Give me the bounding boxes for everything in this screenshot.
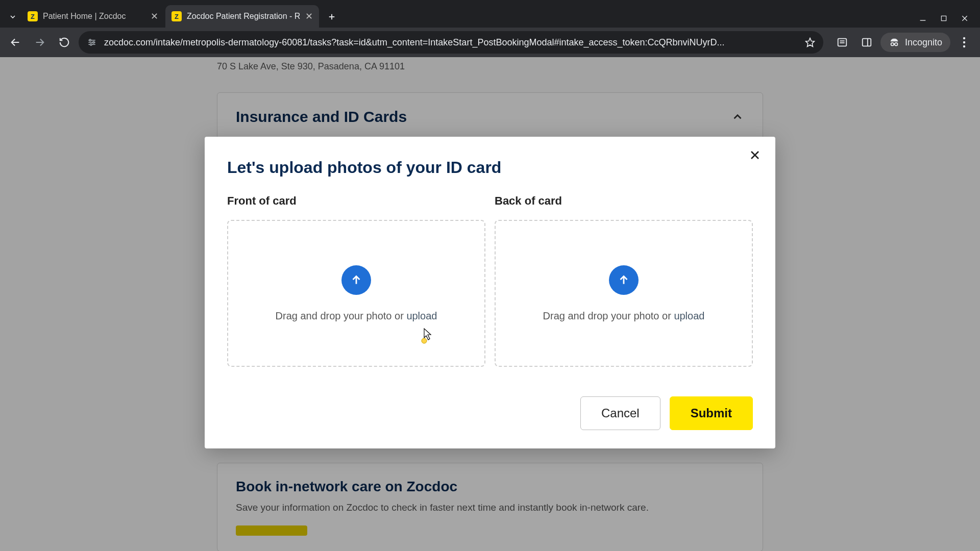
url-text: zocdoc.com/intake/metropolis-dermatology…: [104, 37, 798, 48]
close-tab-icon[interactable]: ✕: [305, 11, 313, 22]
zocdoc-favicon: Z: [28, 11, 38, 21]
cancel-button[interactable]: Cancel: [580, 396, 660, 430]
tab-search-dropdown[interactable]: [4, 8, 21, 26]
tab-title: Patient Home | Zocdoc: [43, 12, 145, 21]
incognito-label: Incognito: [905, 37, 942, 48]
svg-point-13: [90, 44, 92, 45]
minimize-icon[interactable]: [919, 14, 927, 22]
dropzone-text: Drag and drop your photo or upload: [276, 310, 437, 322]
bookmark-icon[interactable]: [805, 37, 815, 47]
svg-rect-18: [863, 39, 871, 46]
front-of-card-label: Front of card: [227, 194, 485, 208]
svg-point-12: [93, 41, 94, 43]
back-of-card-label: Back of card: [495, 194, 753, 208]
upload-link[interactable]: upload: [406, 310, 437, 321]
svg-point-25: [963, 45, 965, 47]
submit-button[interactable]: Submit: [670, 396, 753, 430]
forward-button[interactable]: [30, 32, 50, 53]
close-tab-icon[interactable]: ✕: [151, 11, 158, 22]
upload-link[interactable]: upload: [674, 310, 704, 321]
site-settings-icon[interactable]: [87, 37, 97, 47]
window-controls: [912, 14, 976, 28]
svg-marker-14: [806, 38, 815, 47]
close-icon[interactable]: [746, 146, 764, 164]
dropzone-text: Drag and drop your photo or upload: [543, 310, 705, 322]
tab-title: Zocdoc Patient Registration - R: [187, 12, 300, 21]
back-button[interactable]: [5, 32, 26, 53]
browser-tab-registration[interactable]: Z Zocdoc Patient Registration - R ✕: [165, 5, 319, 28]
upload-id-modal: Let's upload photos of your ID card Fron…: [205, 137, 775, 448]
back-card-dropzone[interactable]: Drag and drop your photo or upload: [495, 220, 753, 367]
address-bar[interactable]: zocdoc.com/intake/metropolis-dermatology…: [79, 31, 823, 54]
svg-point-21: [895, 43, 898, 46]
upload-icon: [609, 265, 639, 295]
svg-point-23: [963, 37, 965, 39]
modal-title: Let's upload photos of your ID card: [227, 158, 753, 177]
incognito-indicator[interactable]: Incognito: [880, 33, 950, 52]
reading-list-icon[interactable]: [831, 32, 853, 53]
svg-point-11: [89, 39, 91, 41]
reload-button[interactable]: [54, 32, 75, 53]
maximize-icon[interactable]: [940, 15, 947, 22]
zocdoc-favicon: Z: [172, 11, 182, 21]
browser-tab-patient-home[interactable]: Z Patient Home | Zocdoc ✕: [21, 5, 164, 28]
upload-icon: [341, 265, 371, 295]
svg-point-20: [891, 43, 894, 46]
svg-rect-3: [941, 16, 946, 20]
tab-strip: Z Patient Home | Zocdoc ✕ Z Zocdoc Patie…: [21, 0, 912, 28]
chrome-menu-icon[interactable]: [953, 32, 975, 53]
close-window-icon[interactable]: [961, 14, 969, 22]
front-card-dropzone[interactable]: Drag and drop your photo or upload: [227, 220, 485, 367]
side-panel-icon[interactable]: [856, 32, 877, 53]
new-tab-button[interactable]: [323, 8, 340, 26]
svg-point-24: [963, 41, 965, 43]
